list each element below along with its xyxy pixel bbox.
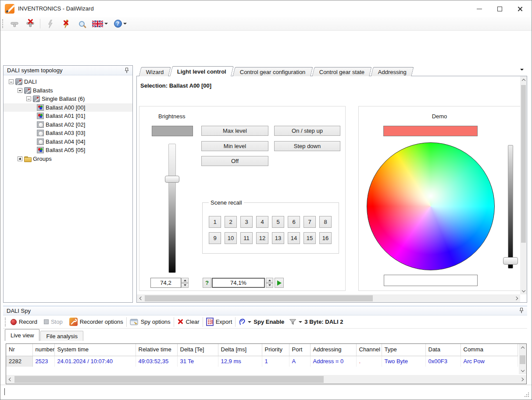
spin-up-button[interactable] — [266, 278, 273, 283]
scene-button-14[interactable]: 14 — [288, 232, 300, 244]
scroll-right-button[interactable] — [518, 375, 526, 384]
scene-button-2[interactable]: 2 — [225, 216, 237, 228]
clear-button[interactable]: Clear — [177, 319, 200, 325]
collapse-expander-icon[interactable] — [9, 79, 14, 84]
off-button[interactable]: Off — [201, 156, 268, 166]
expand-expander-icon[interactable] — [18, 156, 22, 161]
scene-button-6[interactable]: 6 — [288, 216, 300, 228]
table-vscroll-thumb[interactable] — [520, 355, 525, 364]
col-header-port[interactable]: Port — [289, 344, 310, 356]
toolbar-grip[interactable] — [2, 19, 4, 28]
record-button[interactable]: Record — [11, 319, 37, 325]
tree-node-ballast-a01[interactable]: Ballast A01 [01] — [4, 112, 132, 120]
tree-node-ballast-a03[interactable]: Ballast A03 [03] — [4, 129, 132, 138]
scene-button-15[interactable]: 15 — [303, 232, 316, 244]
spy-enable-button[interactable]: Spy Enable — [239, 318, 284, 326]
spin-up-button[interactable] — [181, 278, 189, 283]
on-step-up-button[interactable]: On / step up — [274, 126, 340, 136]
brightness-help-button[interactable]: ? — [203, 278, 211, 288]
scroll-left-button[interactable] — [137, 294, 144, 302]
spy-options-button[interactable]: Spy options — [130, 318, 171, 326]
demo-color-input[interactable] — [384, 275, 478, 286]
scroll-left-button[interactable] — [6, 375, 14, 384]
scene-button-3[interactable]: 3 — [240, 216, 253, 228]
tab-live-view[interactable]: Live view — [5, 329, 39, 341]
table-hscroll-thumb[interactable] — [14, 376, 324, 383]
scroll-down-button[interactable] — [520, 287, 527, 294]
tab-addressing[interactable]: Addressing — [371, 67, 414, 76]
tree-node-ballast-a05[interactable]: Ballast A05 [05] — [4, 146, 132, 155]
export-button[interactable]: Export — [206, 318, 232, 326]
tree-node-ballast-a02[interactable]: Ballast A02 [02] — [4, 120, 132, 129]
recorder-options-button[interactable]: Recorder options — [69, 318, 123, 326]
col-header-data[interactable]: Data — [425, 344, 461, 356]
demo-slider-thumb[interactable] — [503, 257, 518, 265]
max-level-button[interactable]: Max level — [201, 126, 268, 136]
tab-control-gear-configuration[interactable]: Control gear configuration — [233, 67, 313, 76]
tree-node-ballast-a04[interactable]: Ballast A04 [04] — [4, 138, 132, 146]
col-header-nr[interactable]: Nr — [6, 344, 32, 356]
brightness-slider-thumb[interactable] — [165, 176, 179, 183]
collapse-expander-icon[interactable] — [26, 96, 31, 101]
tab-control-gear-state[interactable]: Control gear state — [312, 67, 372, 76]
tab-light-level-control[interactable]: Light level control — [170, 66, 234, 76]
col-header-system-time[interactable]: System time — [54, 344, 136, 356]
scene-button-13[interactable]: 13 — [272, 232, 284, 244]
step-down-button[interactable]: Step down — [274, 141, 340, 151]
stop-button[interactable]: Stop — [44, 319, 63, 325]
connect-button[interactable] — [8, 18, 21, 29]
brightness-slider-track[interactable] — [168, 144, 176, 273]
minimize-button[interactable] — [469, 0, 489, 17]
color-wheel[interactable] — [367, 142, 495, 270]
toolbar-grip[interactable] — [5, 318, 7, 326]
brightness-percent-input[interactable]: 74,1% — [212, 278, 265, 288]
content-vscroll-thumb[interactable] — [521, 85, 526, 243]
spy-table-row[interactable]: 2282 2523 24.01.2024 / 10:07:40 49:03:52… — [6, 356, 518, 367]
resize-grip[interactable] — [524, 392, 529, 397]
col-header-number[interactable]: number — [32, 344, 54, 356]
scene-button-16[interactable]: 16 — [319, 232, 332, 244]
help-button[interactable]: ? — [112, 18, 128, 29]
scene-button-8[interactable]: 8 — [319, 216, 332, 228]
spin-down-button[interactable] — [181, 283, 189, 288]
flash-button[interactable] — [44, 18, 56, 29]
apply-play-button[interactable] — [275, 278, 284, 288]
col-header-delta-ms[interactable]: Delta [ms] — [218, 344, 262, 356]
tree-node-dali[interactable]: DALI — [4, 78, 132, 86]
tab-wizard[interactable]: Wizard — [139, 67, 171, 76]
maximize-button[interactable] — [489, 0, 510, 17]
scroll-up-button[interactable] — [520, 76, 527, 84]
scene-button-5[interactable]: 5 — [272, 216, 284, 228]
scene-button-9[interactable]: 9 — [209, 232, 221, 244]
col-header-type[interactable]: Type — [382, 344, 425, 356]
col-header-command[interactable]: Comma — [461, 344, 518, 356]
tree-node-ballasts[interactable]: Ballasts — [4, 86, 132, 95]
demo-slider-track[interactable] — [508, 145, 513, 269]
scroll-down-button[interactable] — [519, 367, 526, 374]
tree-node-groups[interactable]: Groups — [4, 155, 132, 163]
search-button[interactable] — [75, 18, 88, 29]
scroll-right-button[interactable] — [513, 294, 520, 302]
spin-down-button[interactable] — [266, 283, 273, 288]
tree-node-ballast-a00[interactable]: Ballast A00 [00] — [4, 103, 132, 112]
scene-button-1[interactable]: 1 — [209, 216, 221, 228]
col-header-channel[interactable]: Channel — [356, 344, 382, 356]
brightness-value-input[interactable]: 74,2 — [150, 278, 181, 288]
pin-icon[interactable] — [125, 67, 129, 74]
scene-button-10[interactable]: 10 — [225, 232, 237, 244]
collapse-expander-icon[interactable] — [18, 88, 22, 93]
min-level-button[interactable]: Min level — [201, 141, 268, 151]
content-hscroll-thumb[interactable] — [145, 295, 373, 301]
scene-button-11[interactable]: 11 — [240, 232, 253, 244]
scene-button-4[interactable]: 4 — [256, 216, 268, 228]
scene-button-12[interactable]: 12 — [256, 232, 268, 244]
col-header-relative-time[interactable]: Relative time — [136, 344, 177, 356]
pin-icon[interactable] — [519, 308, 524, 314]
tree-node-single-ballast[interactable]: Single Ballast (6) — [4, 95, 132, 103]
col-header-addressing[interactable]: Addressing — [310, 344, 356, 356]
disconnect-button[interactable] — [24, 18, 36, 29]
scroll-up-button[interactable] — [519, 344, 526, 351]
tab-file-analysis[interactable]: File analysis — [40, 331, 83, 341]
close-button[interactable] — [510, 0, 530, 17]
frame-filter-button[interactable]: 3 Byte: DALI 2 — [289, 319, 343, 326]
